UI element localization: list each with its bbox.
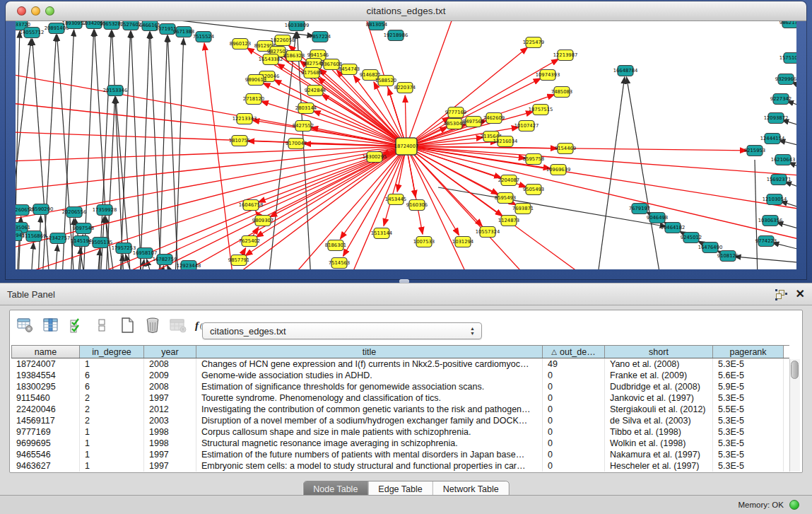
graph-node[interactable]: 12093872 xyxy=(764,113,789,124)
graph-node[interactable]: 12923448 xyxy=(177,261,201,270)
graph-node[interactable]: 10974393 xyxy=(536,70,560,81)
graph-node[interactable]: 18757515 xyxy=(529,105,553,115)
table-row[interactable]: 977716911998Corpus callosum shape and si… xyxy=(11,426,789,438)
table-row[interactable]: 2242004622012Investigating the contribut… xyxy=(11,404,789,415)
graph-node[interactable]: 1007533 xyxy=(413,237,435,247)
select-all-button[interactable] xyxy=(65,315,88,336)
new-document-button[interactable] xyxy=(116,315,139,336)
graph-node[interactable]: 2718120 xyxy=(243,94,264,105)
graph-node[interactable]: 8497568 xyxy=(463,117,484,127)
graph-node[interactable]: 10557324 xyxy=(476,227,500,238)
column-header-pagerank[interactable]: pagerank xyxy=(713,346,784,358)
graph-node[interactable]: 10464182 xyxy=(661,223,686,233)
column-header-short[interactable]: short xyxy=(605,346,713,358)
graph-node[interactable]: 7625402 xyxy=(239,236,260,247)
column-header-out_de[interactable]: △out_de… xyxy=(543,346,605,358)
graph-node[interactable]: 12213987 xyxy=(553,50,578,61)
graph-node[interactable]: 9175685 xyxy=(301,68,322,78)
show-columns-button[interactable] xyxy=(40,315,62,336)
graph-node[interactable]: 9242844 xyxy=(305,86,326,96)
graph-node[interactable]: 15692371 xyxy=(767,175,792,185)
delete-table-button[interactable] xyxy=(141,315,164,336)
graph-node[interactable]: 19218986 xyxy=(384,30,408,41)
table-row[interactable]: 946554611997Estimation of the future num… xyxy=(11,449,789,460)
memory-status-icon[interactable] xyxy=(789,500,799,510)
column-header-name[interactable]: name xyxy=(11,346,80,358)
close-panel-icon[interactable]: ✕ xyxy=(796,288,805,300)
graph-node[interactable]: 16648784 xyxy=(613,66,638,76)
graph-node[interactable]: 7462609 xyxy=(483,113,505,124)
graph-node[interactable]: 12342757 xyxy=(46,233,71,244)
graph-node[interactable]: 9046498 xyxy=(647,213,668,223)
graph-node[interactable]: 1124873 xyxy=(498,216,519,226)
graph-node[interactable]: 8595493 xyxy=(495,193,516,204)
graph-node[interactable]: 7485083 xyxy=(551,87,572,98)
graph-node[interactable]: 7679197 xyxy=(629,204,650,214)
table-options-button[interactable] xyxy=(14,315,37,336)
network-table-dropdown[interactable]: citations_edges.txt ▲▼ xyxy=(202,322,482,339)
graph-node[interactable]: 8427552 xyxy=(293,121,314,132)
table-row[interactable]: 1938455462009Genome-wide association stu… xyxy=(11,370,789,381)
graph-node[interactable]: 9505493 xyxy=(523,185,544,195)
graph-node[interactable]: 9862134 xyxy=(779,21,796,28)
table-row[interactable]: 969969511998Structural magnetic resonanc… xyxy=(11,438,789,449)
table-row[interactable]: 946362711997Embryonic stem cells: a mode… xyxy=(11,460,789,472)
graph-node[interactable]: 10306356 xyxy=(758,216,783,226)
graph-node[interactable]: 7514563 xyxy=(329,258,350,269)
graph-node[interactable]: 7693871 xyxy=(512,204,534,214)
graph-node[interactable]: 17359928 xyxy=(93,205,117,216)
citation-graph[interactable]: 1872400789601238912954182260589827503165… xyxy=(16,21,796,269)
graph-node[interactable]: 9245012 xyxy=(681,233,702,243)
table-row[interactable]: 1872400712008Changes of HCN gene express… xyxy=(11,358,789,370)
network-view[interactable]: 1872400789601238912954182260589827503165… xyxy=(16,21,796,269)
table-scrollbar[interactable] xyxy=(789,359,800,472)
graph-node[interactable]: 9097548 xyxy=(73,223,94,234)
graph-node[interactable]: 1810755 xyxy=(229,136,250,146)
table-row[interactable]: 1830029562008Estimation of significance … xyxy=(11,381,789,392)
graph-node[interactable]: 9160306 xyxy=(406,200,428,211)
graph-node[interactable]: 1527602 xyxy=(120,21,141,30)
graph-node[interactable]: 20153346 xyxy=(103,86,128,96)
column-header-title[interactable]: title xyxy=(196,346,543,358)
graph-node[interactable]: 8454743 xyxy=(339,64,360,75)
table-row[interactable]: 911546021997Tourette syndrome. Phenomeno… xyxy=(11,392,789,404)
graph-node[interactable]: 1031294 xyxy=(452,237,473,247)
graph-node[interactable]: 9671388 xyxy=(173,27,194,37)
graph-node[interactable]: 1225479 xyxy=(523,37,544,48)
graph-node[interactable]: 8813054 xyxy=(366,21,387,30)
graph-node[interactable]: 8215953 xyxy=(744,146,765,156)
import-table-button-disabled[interactable] xyxy=(167,315,189,336)
column-header-year[interactable]: year xyxy=(144,346,196,358)
graph-node[interactable]: 8186301 xyxy=(325,240,346,251)
graph-node[interactable]: 16033809 xyxy=(285,21,310,31)
graph-node[interactable]: 8960123 xyxy=(230,39,251,49)
graph-node[interactable]: 7515524 xyxy=(193,32,214,42)
deselect-all-button[interactable] xyxy=(90,315,113,336)
float-panel-icon[interactable] xyxy=(776,290,787,300)
graph-node[interactable]: 9777169 xyxy=(445,107,466,118)
graph-node[interactable]: 8186328 xyxy=(283,51,305,62)
graph-node[interactable]: 18724007 xyxy=(394,138,419,155)
graph-node[interactable]: 9857791 xyxy=(228,255,249,266)
graph-node[interactable]: 9809307 xyxy=(252,216,273,226)
graph-node[interactable]: 10107427 xyxy=(514,121,539,132)
graph-node[interactable]: 9329966 xyxy=(775,74,796,85)
graph-node[interactable]: 4853049 xyxy=(444,119,465,129)
scrollbar-thumb[interactable] xyxy=(791,361,799,379)
graph-node[interactable]: 1588520 xyxy=(375,76,396,86)
graph-node[interactable]: 15751074 xyxy=(779,53,796,64)
graph-node[interactable]: 8595758 xyxy=(523,154,544,165)
graph-node[interactable]: 9227342 xyxy=(770,94,792,105)
table-row[interactable]: 1456911722003Disruption of a novel membe… xyxy=(11,415,789,426)
graph-node[interactable]: 12444154 xyxy=(760,134,785,144)
graph-node[interactable]: 2803144 xyxy=(295,103,317,114)
graph-node[interactable]: 1513144 xyxy=(371,228,392,239)
graph-node[interactable]: 9774223 xyxy=(755,236,777,247)
graph-node[interactable]: 10969639 xyxy=(546,165,571,175)
graph-node[interactable]: 9890613 xyxy=(245,75,266,86)
graph-node[interactable]: 9108126 xyxy=(717,251,739,262)
graph-node[interactable]: 7857224 xyxy=(310,32,331,42)
graph-node[interactable]: 8220374 xyxy=(394,83,416,93)
graph-node[interactable]: 9170047 xyxy=(286,139,307,149)
graph-node[interactable]: 2204087 xyxy=(498,175,519,186)
